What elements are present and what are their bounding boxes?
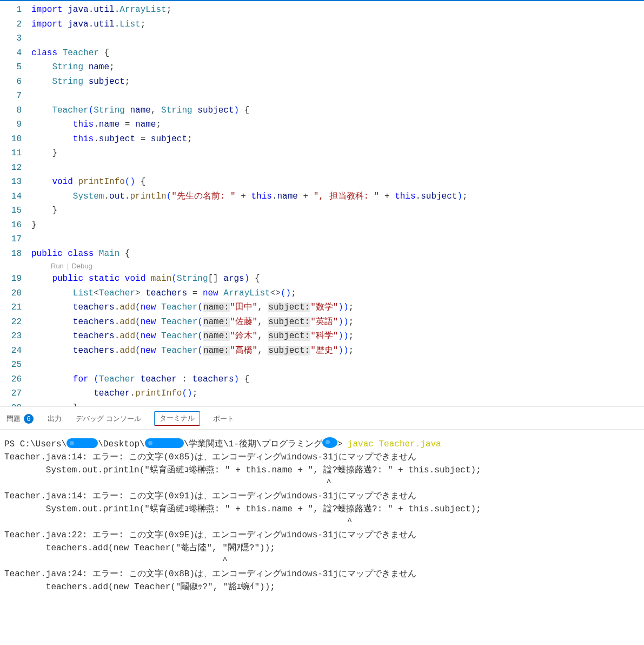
line-number: 17 — [0, 232, 22, 247]
code-content[interactable]: import java.util.ArrayList;import java.u… — [31, 1, 644, 406]
terminal-line: Teacher.java:14: エラー: この文字(0x91)は、エンコーディ… — [4, 490, 640, 503]
line-number: 24 — [0, 344, 22, 358]
code-line[interactable] — [31, 161, 644, 175]
code-line[interactable]: } — [31, 218, 644, 233]
line-number: 16 — [0, 218, 22, 233]
panel-tabs: 問題 6 出力 デバッグ コンソール ターミナル ポート — [0, 407, 644, 430]
redacted-spot — [322, 437, 337, 448]
tab-output[interactable]: 出力 — [47, 412, 63, 426]
line-number: 14 — [0, 189, 22, 204]
code-line[interactable]: } — [31, 146, 644, 161]
terminal-prompt-line: PS C:\Users\\Desktop\\学業関連\1-後期\プログラミング>… — [4, 437, 640, 451]
line-number: 20 — [0, 286, 22, 301]
line-number: 21 — [0, 300, 22, 315]
terminal-line: System.out.println("蜈育函縺ｮ蜷榊燕: " + this.n… — [4, 503, 640, 516]
redacted-username — [67, 438, 98, 448]
line-number: 22 — [0, 315, 22, 330]
code-line[interactable]: teachers.add(new Teacher(name:"田中", subj… — [31, 300, 644, 315]
line-number: 12 — [0, 161, 22, 175]
tab-debug-console[interactable]: デバッグ コンソール — [75, 412, 142, 426]
tab-problems-label: 問題 — [6, 414, 21, 424]
code-line[interactable]: teachers.add(new Teacher(name:"高橋", subj… — [31, 344, 644, 358]
code-line[interactable] — [31, 232, 644, 247]
terminal-line: Teacher.java:24: エラー: この文字(0x8B)は、エンコーディ… — [4, 568, 640, 581]
line-number: 26 — [0, 372, 22, 387]
code-line[interactable]: } — [31, 401, 644, 407]
line-number: 3 — [0, 31, 22, 46]
code-line[interactable] — [31, 358, 644, 372]
code-line[interactable]: this.subject = subject; — [31, 132, 644, 147]
terminal-line: teachers.add(new Teacher("鬮俶ｩ?", "豁ｴ蜿ｲ")… — [4, 581, 640, 594]
line-number: 18 — [0, 247, 22, 261]
code-line[interactable]: teacher.printInfo(); — [31, 386, 644, 401]
codelens-run[interactable]: Run — [51, 262, 64, 270]
line-number: 11 — [0, 146, 22, 161]
code-line[interactable]: teachers.add(new Teacher(name:"佐藤", subj… — [31, 315, 644, 330]
code-line[interactable]: import java.util.List; — [31, 17, 644, 32]
code-line[interactable]: System.out.println("先生の名前: " + this.name… — [31, 189, 644, 204]
line-number: 25 — [0, 358, 22, 372]
line-number: 13 — [0, 175, 22, 189]
line-number: 1 — [0, 3, 22, 17]
tab-ports[interactable]: ポート — [212, 412, 235, 426]
line-number: 2 — [0, 17, 22, 32]
code-editor[interactable]: 1234567891011121314151617181920212223242… — [0, 1, 644, 407]
line-number: 10 — [0, 132, 22, 147]
code-line[interactable]: List<Teacher> teachers = new ArrayList<>… — [31, 286, 644, 301]
code-line[interactable]: public class Main { — [31, 247, 644, 261]
line-number-gutter: 1234567891011121314151617181920212223242… — [0, 1, 31, 406]
line-number: 28 — [0, 401, 22, 407]
terminal-line: teachers.add(new Teacher("菴占陸", "闍ｱ隱?"))… — [4, 542, 640, 555]
codelens: Run | Debug — [31, 261, 644, 272]
line-number: 7 — [0, 89, 22, 103]
code-line[interactable]: Teacher(String name, String subject) { — [31, 103, 644, 118]
code-line[interactable]: class Teacher { — [31, 46, 644, 61]
terminal-line: System.out.println("蜈育函縺ｮ蜷榊燕: " + this.n… — [4, 464, 640, 477]
line-number: 4 — [0, 46, 22, 61]
line-number: 5 — [0, 60, 22, 75]
code-line[interactable]: String name; — [31, 60, 644, 75]
code-line[interactable]: public static void main(String[] args) { — [31, 272, 644, 286]
code-line[interactable]: import java.util.ArrayList; — [31, 3, 644, 17]
code-line[interactable]: void printInfo() { — [31, 175, 644, 189]
terminal-line: Teacher.java:14: エラー: この文字(0x85)は、エンコーディ… — [4, 451, 640, 464]
code-line[interactable]: teachers.add(new Teacher(name:"鈴木", subj… — [31, 329, 644, 344]
problems-count-badge: 6 — [24, 414, 34, 424]
line-number: 19 — [0, 272, 22, 286]
terminal-output[interactable]: PS C:\Users\\Desktop\\学業関連\1-後期\プログラミング>… — [0, 430, 644, 598]
terminal-line: Teacher.java:22: エラー: この文字(0x9E)は、エンコーディ… — [4, 529, 640, 542]
terminal-line: ^ — [4, 477, 640, 490]
code-line[interactable]: } — [31, 203, 644, 218]
code-line[interactable]: this.name = name; — [31, 117, 644, 132]
code-line[interactable]: String subject; — [31, 75, 644, 89]
terminal-line: ^ — [4, 555, 640, 568]
code-line[interactable]: for (Teacher teacher : teachers) { — [31, 372, 644, 387]
redacted-folder — [145, 438, 184, 448]
line-number: 8 — [0, 103, 22, 118]
line-number: 6 — [0, 75, 22, 89]
code-line[interactable] — [31, 31, 644, 46]
line-number: 9 — [0, 117, 22, 132]
line-number: 23 — [0, 329, 22, 344]
tab-terminal[interactable]: ターミナル — [154, 411, 200, 426]
codelens-debug[interactable]: Debug — [71, 262, 92, 270]
tab-problems[interactable]: 問題 6 — [5, 412, 35, 426]
terminal-command: javac Teacher.java — [348, 439, 441, 449]
line-number: 15 — [0, 203, 22, 218]
line-number: 27 — [0, 386, 22, 401]
terminal-line: ^ — [4, 516, 640, 529]
code-line[interactable] — [31, 89, 644, 103]
